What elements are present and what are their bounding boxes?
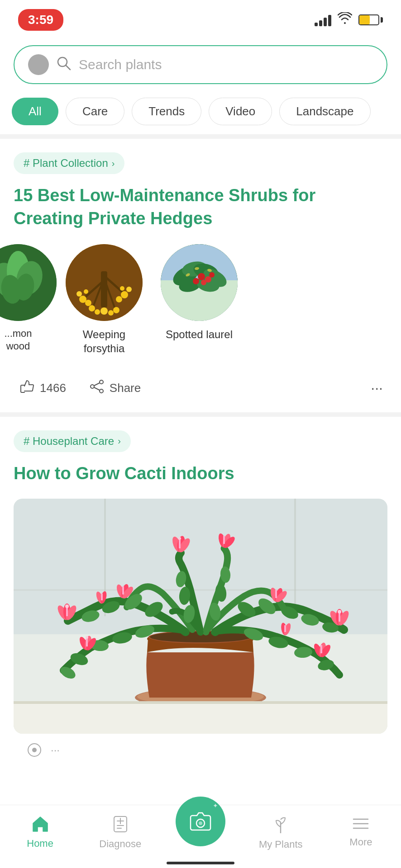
nav-camera-button[interactable] bbox=[176, 797, 225, 846]
svg-point-21 bbox=[108, 310, 114, 316]
svg-rect-90 bbox=[86, 638, 88, 646]
post1-title: 15 Best Low-Maintenance Shrubs for Creat… bbox=[14, 184, 387, 231]
plant-item-2[interactable]: Spotted laurel bbox=[152, 244, 247, 355]
svg-point-23 bbox=[76, 291, 82, 297]
post1-actions: 1466 Share ··· bbox=[14, 369, 387, 412]
post-card-2: # Houseplant Care › How to Grow Cacti In… bbox=[0, 417, 401, 766]
plant-circle-2 bbox=[161, 244, 238, 321]
svg-rect-120 bbox=[101, 594, 103, 600]
svg-point-24 bbox=[126, 287, 132, 292]
svg-rect-104 bbox=[320, 645, 322, 653]
bottom-nav: Home Diagnose bbox=[0, 805, 401, 868]
plant-item-1[interactable]: Weepingforsythia bbox=[57, 244, 152, 355]
post1-category-tag[interactable]: # Plant Collection › bbox=[14, 152, 124, 174]
nav-my-plants[interactable]: My Plants bbox=[241, 814, 321, 850]
plant-item-0[interactable]: ...monwood bbox=[0, 244, 57, 355]
svg-point-22 bbox=[100, 307, 108, 315]
post2-bottom-hint: ··· bbox=[14, 734, 387, 766]
plant-name-2: Spotted laurel bbox=[166, 327, 233, 341]
post2-category-tag[interactable]: # Houseplant Care › bbox=[14, 430, 131, 452]
svg-point-37 bbox=[193, 278, 199, 284]
svg-point-19 bbox=[113, 307, 119, 313]
tab-care[interactable]: Care bbox=[66, 98, 124, 125]
plant-circle-0 bbox=[0, 244, 57, 321]
nav-diagnose-label: Diagnose bbox=[99, 838, 141, 850]
plant-name-0: ...monwood bbox=[4, 327, 32, 353]
svg-rect-99 bbox=[339, 613, 340, 622]
svg-point-18 bbox=[89, 305, 95, 311]
nav-diagnose[interactable]: Diagnose bbox=[80, 815, 160, 850]
time-display: 3:59 bbox=[18, 9, 63, 31]
svg-point-25 bbox=[84, 289, 88, 294]
svg-point-86 bbox=[65, 604, 69, 608]
svg-point-38 bbox=[201, 280, 206, 285]
search-bar[interactable]: Search plants bbox=[14, 45, 387, 84]
svg-point-43 bbox=[100, 380, 103, 384]
wifi-icon bbox=[338, 12, 352, 28]
nav-home[interactable]: Home bbox=[0, 815, 80, 849]
svg-rect-108 bbox=[275, 590, 277, 598]
nav-camera-wrap bbox=[160, 815, 240, 850]
svg-rect-51 bbox=[294, 499, 296, 616]
share-button[interactable]: Share bbox=[84, 378, 145, 398]
diagnose-icon bbox=[111, 815, 129, 835]
svg-line-46 bbox=[94, 383, 100, 386]
tab-landscape[interactable]: Landscape bbox=[279, 98, 370, 125]
svg-point-127 bbox=[32, 748, 37, 752]
svg-point-45 bbox=[91, 385, 94, 388]
post1-category-chevron: › bbox=[112, 158, 115, 169]
svg-point-44 bbox=[100, 389, 103, 393]
svg-point-15 bbox=[85, 300, 91, 306]
tab-all[interactable]: All bbox=[12, 98, 58, 125]
share-icon bbox=[89, 378, 105, 398]
more-options-button[interactable]: ··· bbox=[366, 380, 387, 396]
search-container: Search plants bbox=[0, 36, 401, 93]
post-card-1: # Plant Collection › 15 Best Low-Mainten… bbox=[0, 139, 401, 412]
plants-icon bbox=[272, 814, 289, 836]
post1-category-text: # Plant Collection bbox=[24, 157, 108, 170]
svg-point-134 bbox=[199, 821, 202, 825]
nav-more-label: More bbox=[349, 836, 372, 848]
svg-rect-52 bbox=[14, 589, 387, 591]
like-count: 1466 bbox=[40, 381, 66, 395]
search-placeholder-text: Search plants bbox=[79, 57, 373, 72]
like-button[interactable]: 1466 bbox=[14, 378, 71, 399]
svg-line-47 bbox=[94, 387, 100, 390]
svg-rect-124 bbox=[14, 701, 387, 734]
svg-point-39 bbox=[209, 272, 215, 278]
nav-my-plants-label: My Plants bbox=[259, 839, 303, 850]
nav-more[interactable]: More bbox=[321, 816, 401, 848]
more-icon bbox=[352, 816, 370, 834]
svg-point-17 bbox=[116, 296, 122, 302]
svg-rect-117 bbox=[223, 536, 225, 544]
svg-rect-95 bbox=[122, 586, 124, 594]
tab-video[interactable]: Video bbox=[209, 98, 272, 125]
post1-plants-row: ...monwood bbox=[7, 244, 394, 355]
svg-point-20 bbox=[95, 309, 100, 315]
category-tabs: All Care Trends Video Landscape bbox=[0, 93, 401, 134]
svg-line-1 bbox=[66, 66, 70, 70]
svg-point-91 bbox=[86, 636, 88, 639]
thumb-icon bbox=[18, 378, 35, 399]
battery-icon bbox=[358, 14, 383, 25]
status-icons bbox=[315, 12, 383, 28]
svg-point-113 bbox=[178, 537, 181, 540]
section-divider-2 bbox=[0, 412, 401, 417]
tab-trends[interactable]: Trends bbox=[132, 98, 201, 125]
section-divider bbox=[0, 134, 401, 139]
svg-rect-85 bbox=[66, 607, 68, 616]
signal-icon bbox=[315, 14, 331, 26]
post2-image[interactable] bbox=[14, 499, 387, 734]
svg-point-35 bbox=[198, 273, 205, 280]
share-label: Share bbox=[110, 381, 141, 395]
svg-point-100 bbox=[338, 610, 341, 613]
home-icon bbox=[31, 815, 49, 835]
post2-hint-text: ··· bbox=[51, 744, 60, 756]
nav-home-label: Home bbox=[27, 838, 53, 849]
svg-rect-112 bbox=[179, 539, 181, 548]
post2-category-chevron: › bbox=[118, 436, 121, 446]
svg-point-16 bbox=[121, 291, 128, 298]
search-icon bbox=[56, 56, 72, 74]
status-bar: 3:59 bbox=[0, 0, 401, 36]
home-indicator bbox=[167, 862, 234, 864]
